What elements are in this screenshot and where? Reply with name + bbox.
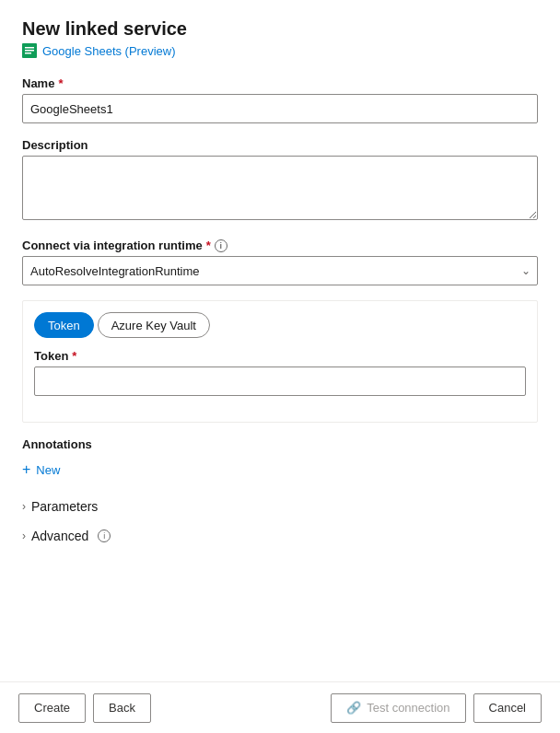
- token-section: Token Azure Key Vault Token *: [22, 300, 538, 423]
- runtime-group: Connect via integration runtime * i Auto…: [22, 239, 538, 285]
- svg-rect-2: [25, 50, 34, 52]
- required-star-name: *: [58, 76, 63, 90]
- subtitle-text: Google Sheets (Preview): [42, 44, 176, 58]
- annotations-label: Annotations: [22, 437, 538, 451]
- parameters-chevron-icon: ›: [22, 500, 26, 513]
- create-button[interactable]: Create: [18, 693, 86, 723]
- name-group: Name *: [22, 76, 538, 123]
- description-input[interactable]: [22, 156, 538, 220]
- new-label: New: [36, 463, 60, 477]
- test-connection-button[interactable]: 🔗 Test connection: [331, 693, 465, 723]
- svg-rect-1: [25, 47, 34, 49]
- add-new-button[interactable]: + New: [22, 459, 60, 481]
- parameters-collapse-button[interactable]: › Parameters: [22, 492, 98, 521]
- runtime-select-wrapper: AutoResolveIntegrationRuntime ⌄: [22, 256, 538, 285]
- parameters-row: › Parameters: [22, 492, 538, 521]
- footer-bar: Create Back 🔗 Test connection Cancel: [0, 681, 560, 733]
- name-label: Name *: [22, 76, 538, 90]
- token-tab[interactable]: Token: [34, 312, 94, 338]
- token-field-label: Token *: [34, 349, 526, 363]
- plus-icon: +: [22, 462, 30, 477]
- svg-rect-3: [25, 52, 31, 54]
- runtime-label: Connect via integration runtime * i: [22, 239, 538, 252]
- advanced-collapse-button[interactable]: › Advanced i: [22, 521, 111, 551]
- runtime-select[interactable]: AutoResolveIntegrationRuntime: [22, 256, 538, 285]
- parameters-label: Parameters: [31, 499, 98, 514]
- annotations-section: Annotations + New: [22, 437, 538, 481]
- name-input[interactable]: [22, 94, 538, 123]
- page-title: New linked service: [22, 18, 538, 40]
- token-field-group: Token *: [34, 349, 526, 396]
- azure-key-vault-tab[interactable]: Azure Key Vault: [98, 312, 210, 338]
- advanced-chevron-icon: ›: [22, 529, 26, 542]
- google-sheets-icon: [22, 43, 37, 58]
- test-connection-label: Test connection: [367, 701, 449, 715]
- description-label: Description: [22, 138, 538, 152]
- description-group: Description: [22, 138, 538, 224]
- cancel-button[interactable]: Cancel: [473, 693, 542, 723]
- required-star-runtime: *: [206, 239, 211, 252]
- advanced-info-icon[interactable]: i: [98, 529, 111, 542]
- main-content: New linked service Google Sheets (Previe…: [0, 0, 560, 681]
- token-input[interactable]: [34, 366, 526, 396]
- runtime-info-icon[interactable]: i: [215, 239, 228, 252]
- advanced-label: Advanced: [31, 529, 88, 543]
- back-button[interactable]: Back: [93, 693, 151, 723]
- subtitle-row: Google Sheets (Preview): [22, 43, 538, 58]
- required-star-token: *: [72, 349, 76, 363]
- advanced-row: › Advanced i: [22, 521, 538, 551]
- test-conn-icon: 🔗: [346, 701, 361, 715]
- tab-row: Token Azure Key Vault: [34, 312, 526, 338]
